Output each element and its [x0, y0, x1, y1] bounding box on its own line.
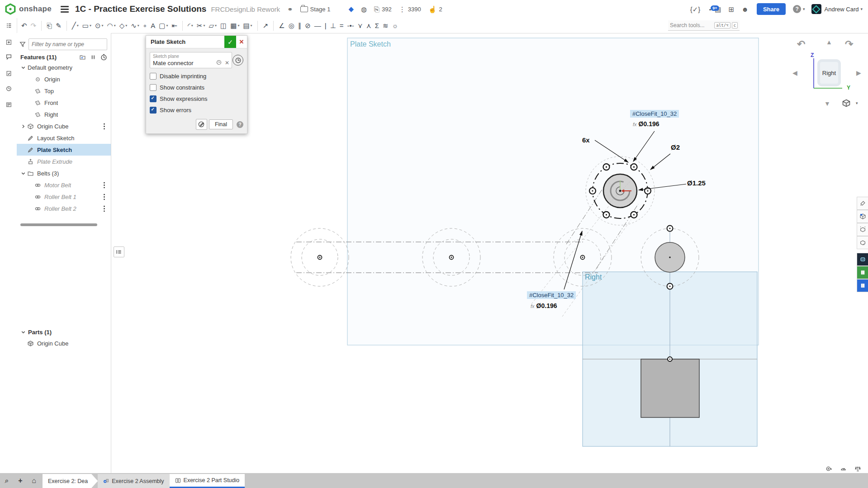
checkbox[interactable] [150, 95, 157, 102]
versions-icon[interactable]: ⋮ [399, 6, 406, 13]
learning-panel-tab[interactable] [857, 266, 868, 279]
user-caret-icon[interactable]: ▾ [860, 7, 863, 11]
pierce-constraint[interactable]: ⋏ [365, 20, 373, 32]
sketch-dialog-icon-button[interactable] [196, 119, 207, 130]
paste-sketch-button[interactable]: ⎗ [45, 20, 53, 32]
perpendicular-constraint[interactable]: ⊥ [329, 20, 337, 32]
insert-panel-icon[interactable] [4, 37, 14, 47]
user-name[interactable]: Andrew Card [825, 6, 859, 13]
rotate-left-icon[interactable]: ◀ [792, 69, 797, 76]
coincident-constraint[interactable]: ∠ [277, 20, 286, 32]
drag-handle-dots-icon[interactable] [103, 182, 105, 189]
sketch-fillet-tool[interactable]: ◜▾ [186, 20, 194, 32]
tasks-panel-icon[interactable] [4, 68, 14, 78]
dimension-value-1[interactable]: fxØ0.196 [633, 120, 659, 128]
history-panel-icon[interactable] [4, 83, 14, 93]
sketch-arc-tool[interactable]: ◠▾ [106, 20, 117, 32]
chevron-down-icon[interactable] [20, 171, 27, 176]
home-tab-button[interactable]: ⌂ [28, 475, 40, 487]
feature-item[interactable]: Top [17, 85, 111, 97]
dropdown-caret-icon[interactable]: ▾ [102, 24, 104, 28]
feature-item[interactable]: Roller Belt 2 [17, 203, 111, 214]
sheet-metal-panel-tab[interactable] [857, 210, 868, 223]
normal-constraint[interactable]: ⋎ [356, 20, 364, 32]
performance-gauge-icon[interactable] [839, 465, 848, 472]
undo-button[interactable]: ↶ [20, 20, 28, 32]
feature-list-panel-icon[interactable] [4, 20, 14, 30]
final-button[interactable]: Final [209, 119, 233, 129]
count-note[interactable]: 6x [582, 136, 590, 144]
close-button[interactable]: ✕ [236, 36, 247, 48]
dropdown-caret-icon[interactable]: ▾ [114, 24, 116, 28]
tab-exercise-2-assembly[interactable]: Exercise 2 Assembly [98, 474, 169, 488]
drag-handle-dots-icon[interactable] [103, 194, 105, 200]
search-tools-box[interactable]: Search tools... alt/⌥ c [668, 20, 740, 31]
dimension-value-2[interactable]: Ø2 [671, 143, 680, 151]
drag-handle-dots-icon[interactable] [103, 205, 105, 212]
rotate-up-icon[interactable]: ▲ [826, 38, 832, 46]
sketch-text-tool[interactable]: A [149, 20, 157, 32]
part-item[interactable]: Origin Cube [17, 337, 111, 349]
dropdown-caret-icon[interactable]: ▾ [166, 24, 168, 28]
equal-constraint[interactable]: = [338, 20, 345, 32]
insert-dxf-tool[interactable]: ▤▾ [242, 20, 253, 32]
tab-search-icon[interactable]: ⌕ [0, 473, 14, 488]
section-view-panel-tab[interactable] [857, 223, 868, 236]
ai-advisor-panel-tab[interactable] [857, 253, 868, 266]
sketch-pattern-tool[interactable]: ▦▾ [229, 20, 241, 32]
sketch-mirror-tool[interactable]: ◫ [219, 20, 228, 32]
share-button[interactable]: Share [757, 3, 786, 15]
view-options-caret-icon[interactable]: ▾ [856, 101, 858, 105]
feature-item[interactable]: Layout Sketch [17, 132, 111, 144]
app-store-icon[interactable]: ⊞ [729, 6, 735, 13]
symmetry-constraint[interactable]: Σ [374, 20, 380, 32]
document-title[interactable]: 1C - Practice Exercise Solutions [75, 4, 206, 14]
curvature-constraint[interactable]: ≋ [381, 20, 390, 32]
feature-script-icon[interactable]: {✓} [690, 6, 701, 13]
accept-button[interactable]: ✓ [224, 36, 236, 48]
parts-header[interactable]: Parts (1) [17, 327, 111, 337]
sketch-line-tool[interactable]: ╱▾ [71, 20, 80, 32]
public-globe-icon[interactable]: ◍ [361, 6, 367, 13]
feature-item[interactable]: Default geometry [17, 62, 111, 73]
closefit-label-1[interactable]: #CloseFit_10_32 [630, 110, 679, 118]
onshape-logo-icon[interactable] [5, 3, 16, 15]
sketch-circle-tool[interactable]: ⊙▾ [94, 20, 105, 32]
link-icon[interactable]: ⚭ [287, 6, 293, 13]
checkbox[interactable] [150, 84, 157, 91]
vertical-constraint[interactable]: | [323, 20, 328, 32]
checkbox-row[interactable]: Show errors [150, 107, 243, 114]
appearance-panel-tab[interactable] [857, 197, 868, 210]
new-folder-icon[interactable] [79, 54, 86, 60]
rotate-cw-icon[interactable]: ↷ [845, 38, 853, 50]
dimension-tool[interactable]: ↗ [261, 20, 270, 32]
mate-connector-button[interactable] [232, 55, 243, 66]
tab-exercise-2-dea[interactable]: Exercise 2: Dea [43, 474, 98, 488]
folder-name[interactable]: Stage 1 [310, 6, 331, 13]
remove-selection-icon[interactable]: ✕ [225, 60, 229, 66]
user-avatar[interactable] [811, 4, 821, 14]
dropdown-caret-icon[interactable]: ▾ [251, 24, 252, 28]
sketch-offset-tool[interactable]: ▱▾ [207, 20, 218, 32]
suppress-pause-icon[interactable] [90, 54, 96, 60]
dropdown-caret-icon[interactable]: ▾ [90, 24, 91, 28]
mass-properties-icon[interactable] [853, 465, 862, 472]
dropdown-caret-icon[interactable]: ▾ [191, 24, 193, 28]
tangent-constraint[interactable]: ⊘ [304, 20, 312, 32]
configurations-panel-tab[interactable]: x [857, 236, 868, 249]
docs-panel-tab[interactable] [857, 279, 868, 292]
dropdown-caret-icon[interactable]: ▾ [215, 24, 217, 28]
help-caret-icon[interactable]: ▾ [803, 7, 805, 11]
chevron-right-icon[interactable] [20, 123, 27, 129]
comments-panel-icon[interactable] [4, 52, 14, 62]
ai-assistant-icon[interactable]: ☻ [741, 6, 749, 13]
sketch-centerline-tool[interactable]: ⇤ [170, 20, 179, 32]
plane2-label[interactable]: Right [585, 273, 602, 281]
feature-item[interactable]: Origin [17, 73, 111, 85]
dropdown-caret-icon[interactable]: ▾ [138, 24, 139, 28]
horizontal-constraint[interactable]: — [313, 20, 323, 32]
closefit-label-2[interactable]: #CloseFit_10_32 [527, 291, 576, 299]
sketch-rectangle-tool[interactable]: ▭▾ [81, 20, 93, 32]
rotate-right-icon[interactable]: ▶ [856, 69, 861, 76]
tab-exercise-2-part-studio[interactable]: Exercise 2 Part Studio [170, 474, 245, 488]
